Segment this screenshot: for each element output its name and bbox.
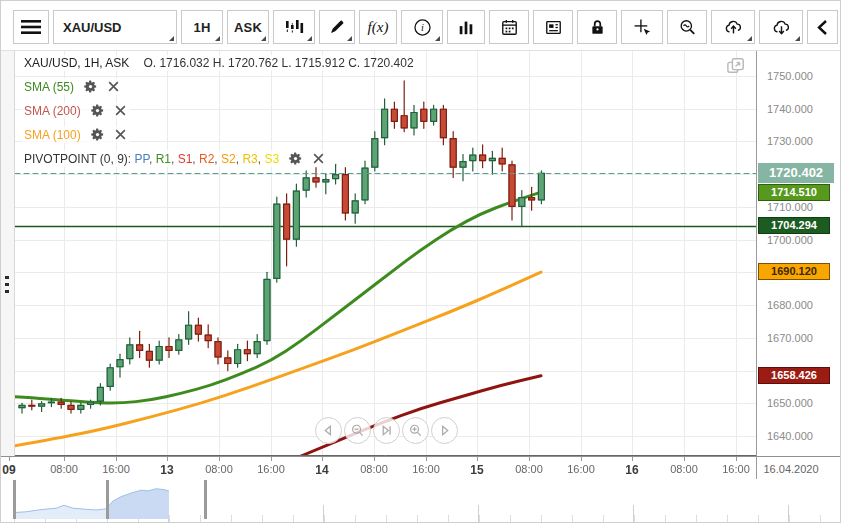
time-tick bbox=[426, 457, 427, 461]
axis-date-label: 16.04.2020 bbox=[759, 463, 823, 475]
scroll-right-button[interactable] bbox=[431, 417, 458, 444]
calendar-icon bbox=[500, 18, 519, 37]
menu-button[interactable] bbox=[13, 10, 49, 44]
price-tick-label: 1730.000 bbox=[767, 135, 813, 147]
price-tag: 1720.402 bbox=[758, 163, 834, 183]
chart-type-button[interactable] bbox=[273, 10, 315, 44]
price-tick-label: 1670.000 bbox=[767, 332, 813, 344]
zoom-overview-button[interactable] bbox=[667, 10, 707, 44]
skip-to-end-icon bbox=[379, 423, 394, 438]
time-tick bbox=[9, 457, 10, 461]
cloud-download-icon bbox=[771, 18, 792, 37]
zoom-out-button[interactable] bbox=[344, 417, 371, 444]
price-tag: 1690.120 bbox=[758, 263, 830, 280]
gear-icon[interactable] bbox=[83, 79, 98, 94]
close-icon[interactable] bbox=[114, 128, 127, 141]
chevron-left-icon bbox=[816, 19, 829, 36]
indicator-row-pivotpoint: PIVOTPOINT (0, 9) : PP, R1, S1, R2, S2, … bbox=[21, 150, 328, 167]
back-button[interactable] bbox=[807, 10, 838, 44]
svg-text:i: i bbox=[421, 22, 424, 33]
price-type-label: ASK bbox=[234, 20, 262, 35]
time-tick-label: 13 bbox=[160, 463, 173, 477]
time-tick bbox=[736, 457, 737, 461]
crosshair-button[interactable] bbox=[621, 10, 663, 44]
indicator-label: SMA (200) bbox=[24, 104, 81, 118]
indicator-label: SMA (55) bbox=[24, 80, 74, 94]
chart-type-icon bbox=[284, 18, 304, 36]
chart-nav-controls bbox=[315, 417, 458, 444]
pivot-series-labels: : PP, R1, S1, R2, S2, R3, S3 bbox=[128, 152, 279, 166]
time-tick-label: 15 bbox=[470, 463, 483, 477]
triangle-left-icon bbox=[321, 423, 336, 438]
popout-chart-button[interactable] bbox=[726, 57, 746, 75]
price-type-select[interactable]: ASK bbox=[227, 10, 269, 44]
lock-icon bbox=[588, 18, 607, 37]
price-tick-label: 1740.000 bbox=[767, 103, 813, 115]
time-tick-label: 16 bbox=[625, 463, 638, 477]
price-tag: 1704.294 bbox=[758, 217, 830, 234]
time-tick bbox=[632, 457, 633, 461]
function-icon: f(x) bbox=[368, 19, 389, 36]
volume-button[interactable] bbox=[447, 10, 485, 44]
time-axis[interactable]: 16.04.2020 0908:0016:001308:0016:001408:… bbox=[1, 456, 841, 479]
indicator-row-sma55: SMA (55) bbox=[21, 78, 123, 95]
triangle-right-icon bbox=[437, 423, 452, 438]
pivot-series-label: PP bbox=[134, 152, 148, 166]
price-tick-label: 1650.000 bbox=[767, 397, 813, 409]
gear-icon[interactable] bbox=[90, 127, 105, 142]
cloud-upload-icon bbox=[723, 18, 744, 37]
time-tick-label: 16:00 bbox=[722, 463, 750, 475]
watchlist-collapsed-panel[interactable] bbox=[1, 51, 15, 456]
panel-drag-handle-icon[interactable] bbox=[5, 276, 10, 297]
timeframe-select[interactable]: 1H bbox=[181, 10, 223, 44]
calendar-button[interactable] bbox=[489, 10, 529, 44]
price-axis[interactable]: 1750.0001740.0001730.0001720.0001710.000… bbox=[756, 51, 841, 456]
info-icon: i bbox=[413, 18, 432, 37]
symbol-label: XAU/USD bbox=[54, 20, 176, 35]
draw-tools-button[interactable] bbox=[319, 10, 355, 44]
time-tick bbox=[271, 457, 272, 461]
price-tick-label: 1700.000 bbox=[767, 234, 813, 246]
gear-icon[interactable] bbox=[288, 151, 303, 166]
indicators-button[interactable]: f(x) bbox=[359, 10, 397, 44]
time-tick-label: 16:00 bbox=[412, 463, 440, 475]
time-tick-label: 08:00 bbox=[360, 463, 388, 475]
chart-navigator[interactable] bbox=[1, 479, 841, 523]
close-icon[interactable] bbox=[312, 152, 325, 165]
gear-icon[interactable] bbox=[90, 103, 105, 118]
info-button[interactable]: i bbox=[401, 10, 443, 44]
pencil-icon bbox=[328, 18, 346, 36]
time-tick-label: 14 bbox=[315, 463, 328, 477]
ohlc-row: XAU/USD, 1H, ASK O. 1716.032 H. 1720.762… bbox=[21, 55, 417, 71]
time-tick bbox=[684, 457, 685, 461]
go-to-latest-button[interactable] bbox=[373, 417, 400, 444]
popout-icon bbox=[726, 57, 746, 75]
ohlc-values: O. 1716.032 H. 1720.762 L. 1715.912 C. 1… bbox=[143, 56, 413, 70]
navigator-canvas[interactable] bbox=[1, 479, 841, 523]
time-tick-label: 08:00 bbox=[205, 463, 233, 475]
time-tick-label: 16:00 bbox=[567, 463, 595, 475]
timeframe-label: 1H bbox=[193, 20, 210, 35]
time-tick-label: 09 bbox=[2, 463, 15, 477]
pivot-series-label: S2 bbox=[221, 152, 236, 166]
scroll-left-button[interactable] bbox=[315, 417, 342, 444]
time-tick-label: 16:00 bbox=[257, 463, 285, 475]
time-tick bbox=[219, 457, 220, 461]
time-tick-label: 16:00 bbox=[102, 463, 130, 475]
close-icon[interactable] bbox=[114, 104, 127, 117]
indicator-label: PIVOTPOINT (0, 9) bbox=[24, 152, 128, 166]
load-cloud-button[interactable] bbox=[759, 10, 803, 44]
pivot-series-label: S1 bbox=[178, 152, 193, 166]
price-tag: 1714.510 bbox=[758, 184, 830, 201]
time-tick bbox=[477, 457, 478, 461]
lock-button[interactable] bbox=[577, 10, 617, 44]
save-cloud-button[interactable] bbox=[711, 10, 755, 44]
time-tick bbox=[529, 457, 530, 461]
close-icon[interactable] bbox=[107, 80, 120, 93]
zoom-in-button[interactable] bbox=[402, 417, 429, 444]
pivot-series-label: R1 bbox=[156, 152, 171, 166]
symbol-select[interactable]: XAU/USD bbox=[53, 10, 177, 44]
chart-title: XAU/USD, 1H, ASK bbox=[24, 56, 129, 70]
pivot-series-label: R3 bbox=[242, 152, 257, 166]
news-button[interactable] bbox=[533, 10, 573, 44]
